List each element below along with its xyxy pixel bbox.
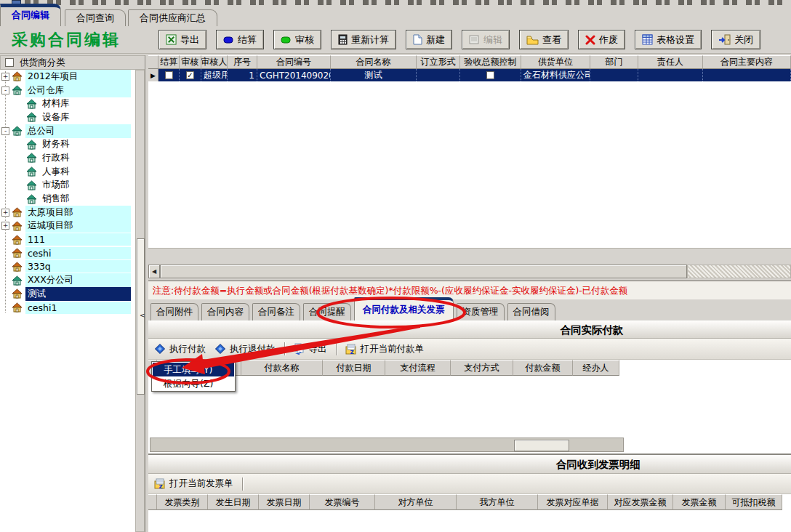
tree-item[interactable]: +运城项目部 — [0, 219, 135, 233]
table-settings-button[interactable]: 表格设置 — [635, 30, 702, 49]
export-button[interactable]: 导出 — [158, 30, 206, 49]
cgHeader-cell[interactable]: 结算 — [158, 55, 180, 69]
tree-item[interactable]: -公司仓库 — [0, 84, 135, 97]
view-button[interactable]: 查看 — [519, 30, 569, 49]
audit-checkbox[interactable]: ✓ — [180, 69, 201, 81]
tree-item[interactable]: 人事科 — [0, 165, 135, 179]
audit-checkbox[interactable]: ✓ — [186, 71, 194, 79]
invHeader-cell[interactable]: 发票金额 — [673, 494, 726, 510]
tree-item[interactable]: 销售部 — [0, 192, 135, 206]
scroll-left-button[interactable]: ◀ — [148, 265, 160, 278]
open-payment-form-button[interactable]: z打开当前付款单 — [345, 343, 425, 355]
tree-item[interactable]: 111 — [0, 233, 135, 246]
invoice-grid-body[interactable] — [148, 510, 791, 532]
open-invoice-form-button[interactable]: z打开当前发票单 — [154, 477, 233, 490]
tree-item[interactable]: XXX分公司 — [0, 273, 135, 287]
collapse-icon[interactable]: - — [1, 86, 9, 94]
execute-refund-button[interactable]: 执行退付款 — [214, 343, 276, 355]
cgHeader-cell[interactable]: 责任人 — [638, 55, 703, 69]
invHeader-cell[interactable]: 发票日期 — [259, 494, 310, 510]
scroll-track[interactable] — [687, 265, 791, 278]
tree-item[interactable]: ceshi1 — [0, 301, 135, 315]
cgHeader-cell[interactable]: 合同主要内容 — [703, 55, 791, 69]
scroll-thumb[interactable] — [514, 440, 569, 451]
cgHeader-cell[interactable]: 审核 — [180, 55, 201, 69]
contract-grid-hscrollbar[interactable]: ◀ — [148, 265, 791, 278]
payHeader-cell[interactable]: 经办人 — [573, 360, 619, 376]
menu-item-manual-fill[interactable]: 手工填写(Y) — [153, 363, 234, 376]
detail-tab[interactable]: 合同提醒 — [303, 303, 351, 321]
detail-tab[interactable]: 合同附件 — [150, 303, 198, 321]
detail-tab[interactable]: 合同借阅 — [507, 303, 555, 321]
new-button[interactable]: 新建 — [406, 30, 452, 49]
cgHeader-cell[interactable]: 序号 — [228, 55, 257, 69]
invHeader-cell[interactable]: 对方单位 — [375, 494, 457, 510]
payHeader-cell[interactable]: 付款日期 — [323, 360, 385, 376]
splitter-collapse-icon[interactable]: < — [140, 312, 145, 319]
tree-item[interactable]: -总公司 — [0, 124, 135, 138]
tree-item[interactable]: 行政科 — [0, 151, 135, 165]
payHeader-cell[interactable]: 支付方式 — [451, 360, 513, 376]
cgHeader-cell[interactable]: 验收总额控制 — [460, 55, 521, 69]
contract-grid-row[interactable]: ▶✓超级用户1CGHT2014090201测试金石材料供应公司 — [148, 69, 791, 81]
cgHeader-cell[interactable]: 合同编号 — [257, 55, 331, 69]
tree-vertical-scrollbar[interactable] — [135, 70, 145, 532]
scroll-thumb[interactable] — [160, 265, 687, 278]
export-payments-button[interactable]: 导出 — [294, 343, 327, 355]
top-tab[interactable]: 合同查询 — [65, 9, 126, 26]
acceptance-checkbox[interactable] — [460, 69, 521, 81]
collapse-icon[interactable]: - — [1, 127, 9, 135]
tree-item[interactable]: 市场部 — [0, 179, 135, 193]
tree-item[interactable]: 财务科 — [0, 137, 135, 151]
cgHeader-cell[interactable]: 部门 — [590, 55, 638, 69]
invHeader-cell[interactable]: 对应发票金额 — [608, 494, 673, 510]
tree-item[interactable]: +太原项目部 — [0, 206, 135, 219]
payHeader-cell[interactable]: 付款金额 — [513, 360, 573, 376]
top-tab[interactable]: 合同编辑 — [0, 4, 61, 26]
recalculate-button[interactable]: 重新计算 — [331, 30, 396, 49]
payment-grid-body[interactable] — [148, 376, 791, 436]
expand-icon[interactable]: + — [1, 222, 9, 230]
invHeader-cell[interactable]: 发生日期 — [208, 494, 259, 510]
tree-item[interactable]: 材料库 — [0, 97, 135, 110]
top-tab[interactable]: 合同供应商汇总 — [128, 9, 217, 26]
settle-checkbox[interactable] — [158, 69, 180, 81]
tree-item[interactable]: 测试 — [0, 287, 135, 301]
close-button[interactable]: 关闭 — [711, 30, 760, 49]
invHeader-cell[interactable]: 发票编号 — [310, 494, 375, 510]
payHeader-cell[interactable]: 支付流程 — [385, 360, 451, 376]
toolbar-separator — [242, 477, 243, 491]
void-button[interactable]: 作废 — [578, 30, 625, 49]
new-label: 新建 — [426, 33, 445, 47]
invHeader-cell[interactable] — [148, 494, 157, 510]
detail-tab[interactable]: 合同内容 — [201, 303, 249, 321]
settle-button[interactable]: 结算 — [216, 30, 264, 49]
acceptance-checkbox[interactable] — [486, 71, 494, 79]
detail-tab[interactable]: 合同付款及相关发票 — [354, 297, 454, 321]
invHeader-cell[interactable]: 发票类别 — [157, 494, 208, 510]
supplier-category-checkbox[interactable] — [5, 58, 14, 67]
menu-item-wizard[interactable]: 根据向导(Z) — [153, 376, 234, 390]
payHeader-cell[interactable]: 付款名称 — [241, 360, 323, 376]
audit-button[interactable]: 审核 — [273, 30, 321, 49]
cgHeader-cell[interactable] — [148, 55, 158, 69]
invHeader-cell[interactable]: 可抵扣税额 — [726, 494, 782, 510]
settle-checkbox[interactable] — [165, 71, 173, 79]
tree-item[interactable]: 333q — [0, 260, 135, 274]
expand-icon[interactable]: + — [1, 73, 9, 81]
tree-item[interactable]: +2012年项目 — [0, 70, 135, 84]
cgHeader-cell[interactable]: 供货单位 — [521, 55, 590, 69]
tree-item[interactable]: ceshi — [0, 246, 135, 260]
expand-icon[interactable]: + — [1, 209, 9, 217]
cgHeader-cell[interactable]: 审核人 — [201, 55, 228, 69]
cgHeader-cell[interactable]: 订立形式 — [417, 55, 460, 69]
detail-tab[interactable]: 资质管理 — [457, 303, 505, 321]
execute-payment-button[interactable]: 执行付款 — [154, 343, 206, 355]
detail-tab[interactable]: 合同备注 — [252, 303, 300, 321]
tree-item[interactable]: 设备库 — [0, 110, 135, 124]
scroll-track[interactable] — [150, 438, 624, 452]
contract-grid-body[interactable] — [148, 81, 791, 248]
invHeader-cell[interactable]: 我方单位 — [457, 494, 538, 510]
invHeader-cell[interactable]: 发票对应单据 — [538, 494, 608, 510]
cgHeader-cell[interactable]: 合同名称 — [331, 55, 417, 69]
